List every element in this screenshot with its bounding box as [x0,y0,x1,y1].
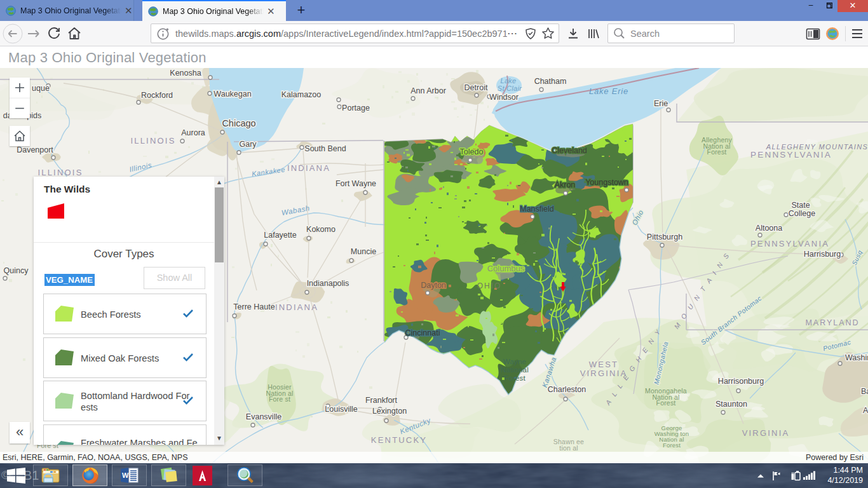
svg-text:VIRGINIA: VIRGINIA [742,428,790,438]
svg-text:Erie: Erie [654,99,668,108]
svg-text:Staunton: Staunton [715,400,747,409]
svg-text:Kokomo: Kokomo [306,225,336,234]
svg-text:Kenosha: Kenosha [170,69,201,78]
svg-text:W: W [122,471,129,479]
svg-text:Louisville: Louisville [325,405,357,414]
svg-text:Dayton: Dayton [421,281,446,290]
svg-text:INDIANA: INDIANA [287,163,330,173]
svg-text:Pittsburgh: Pittsburgh [647,233,682,241]
svg-text:Davenport: Davenport [17,146,53,154]
svg-text:Harrisburg: Harrisburg [804,250,841,259]
svg-text:MARYLAND: MARYLAND [805,318,859,327]
svg-text:tion al: tion al [559,444,578,452]
svg-text:Lexington: Lexington [372,407,407,416]
svg-text:Chicago: Chicago [222,118,255,128]
svg-text:Muncie: Muncie [351,247,376,256]
svg-text:Forest: Forest [707,148,727,156]
svg-text:Harrisonburg: Harrisonburg [718,377,764,386]
svg-text:Toledo: Toledo [460,147,484,156]
svg-text:Forest: Forest [663,442,681,449]
svg-text:National: National [501,366,529,374]
svg-text:Rockford: Rockford [141,91,173,100]
svg-text:Forest: Forest [504,374,526,382]
svg-text:Chatham: Chatham [534,77,567,86]
svg-text:St Clair: St Clair [498,85,522,92]
svg-text:Youngstown: Youngstown [585,178,628,187]
svg-text:Fort Wayne: Fort Wayne [336,179,376,188]
svg-text:Frankfort: Frankfort [365,396,398,405]
svg-text:Indianapolis: Indianapolis [307,279,349,288]
svg-text:Ann Arbor: Ann Arbor [410,86,446,95]
svg-text:Aurora: Aurora [181,128,205,137]
svg-text:INDIANA: INDIANA [275,302,318,312]
svg-text:Ba: Ba [861,387,868,396]
svg-text:Akron: Akron [555,180,576,189]
svg-text:Gary: Gary [239,140,257,149]
svg-text:ILLINOIS: ILLINOIS [130,136,175,146]
svg-text:ALLEGHENY MOUNTAINS: ALLEGHENY MOUNTAINS [766,143,868,151]
svg-text:College: College [789,209,815,218]
svg-text:South Bend: South Bend [304,144,346,153]
svg-text:PENNSYLVANIA: PENNSYLVANIA [750,150,832,159]
svg-text:OHIO: OHIO [477,281,502,290]
svg-text:Evansville: Evansville [246,412,281,421]
svg-text:Washing: Washing [845,353,868,362]
svg-text:Mansfield: Mansfield [520,205,554,214]
svg-text:WEST: WEST [589,360,618,369]
svg-text:Columbus: Columbus [487,264,525,273]
svg-text:Waukegan: Waukegan [214,90,251,98]
svg-text:Quincy: Quincy [4,266,29,275]
svg-text:Portage: Portage [342,104,370,112]
svg-text:Terre Haute: Terre Haute [233,302,275,311]
svg-text:Ann: Ann [863,406,868,415]
svg-text:Cincinnati: Cincinnati [405,329,440,337]
svg-text:Windsor: Windsor [489,93,519,102]
svg-text:Altoona: Altoona [756,224,782,233]
svg-text:Cleveland: Cleveland [552,146,587,155]
svg-text:Fore st: Fore st [269,395,290,403]
svg-text:VIRGINIA: VIRGINIA [580,369,628,378]
svg-text:Lafayette: Lafayette [264,231,296,240]
svg-text:uque: uque [32,84,50,93]
svg-text:Charleston: Charleston [548,385,586,394]
svg-text:Forest: Forest [656,399,676,407]
svg-text:State: State [791,201,810,210]
svg-text:Lake: Lake [500,77,516,85]
svg-text:Kalamazoo: Kalamazoo [281,90,322,99]
svg-text:Detroit: Detroit [465,83,488,92]
svg-text:KENTUCKY: KENTUCKY [371,435,427,445]
svg-text:PENNSYLVANIA: PENNSYLVANIA [750,239,829,248]
svg-text:Wayne: Wayne [503,358,526,365]
svg-text:ILLINOIS: ILLINOIS [37,168,83,177]
svg-text:Lake Erie: Lake Erie [589,86,628,96]
